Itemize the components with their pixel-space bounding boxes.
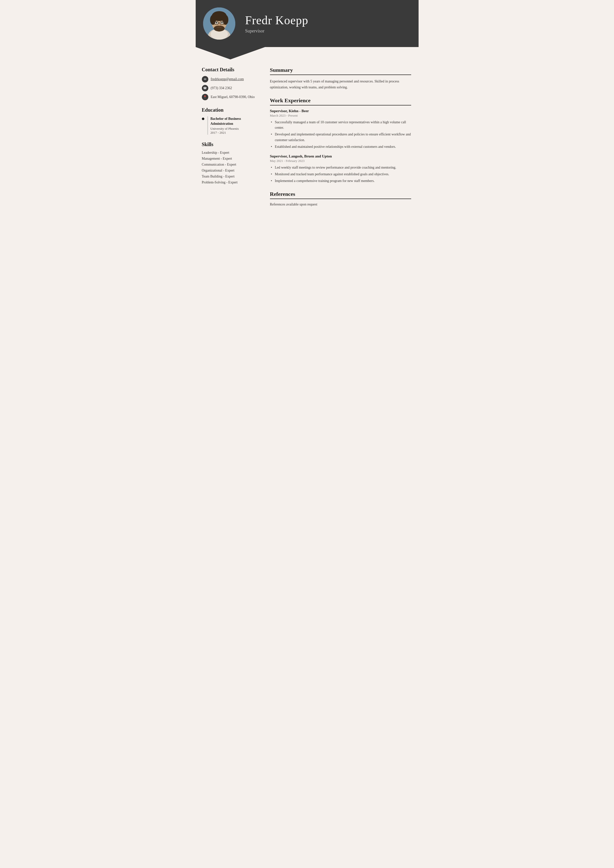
job-2-dates: May 2021 - February 2023 [270, 159, 411, 163]
summary-section: Summary Experienced supervisor with 5 ye… [270, 67, 411, 90]
phone-contact-item: ☎ (973) 334 2362 [202, 85, 256, 91]
svg-point-11 [216, 22, 217, 23]
job-2: Supervisor, Langosh, Bruen and Upton May… [270, 154, 411, 184]
resume-header: Fredr Koepp Supervisor [196, 0, 418, 47]
references-title: References [270, 191, 411, 199]
job-2-bullets: Led weekly staff meetings to review perf… [270, 165, 411, 184]
svg-point-12 [221, 22, 223, 23]
education-item: Bachelor of Business Administration Univ… [202, 116, 256, 135]
skill-item-1: Leadership - Expert [202, 151, 256, 155]
location-icon: 📍 [202, 94, 208, 100]
job-1-bullet-2: Developed and implemented operational pr… [270, 132, 411, 143]
email-contact-item: ✉ fredrkoepp@gmail.com [202, 76, 256, 82]
skill-item-2: Management - Expert [202, 157, 256, 161]
chevron-section [196, 47, 418, 59]
edu-degree: Bachelor of Business Administration [210, 116, 256, 126]
candidate-title: Supervisor [245, 28, 308, 34]
skill-item-3: Communication - Expert [202, 163, 256, 167]
header-text-block: Fredr Koepp Supervisor [245, 13, 308, 34]
job-1: Supervisor, Kiehn - Beer March 2023 - Pr… [270, 109, 411, 150]
svg-point-6 [210, 15, 216, 25]
job-2-bullet-2: Monitored and tracked team performance a… [270, 172, 411, 177]
sidebar: Contact Details ✉ fredrkoepp@gmail.com ☎… [196, 67, 263, 221]
contact-section-title: Contact Details [202, 67, 256, 73]
summary-text: Experienced supervisor with 5 years of m… [270, 79, 411, 90]
education-section-title: Education [202, 107, 256, 113]
chevron-shape [196, 47, 265, 59]
main-content: Summary Experienced supervisor with 5 ye… [263, 67, 418, 221]
svg-point-8 [214, 25, 225, 31]
chevron-wrapper [196, 47, 265, 59]
education-section: Education Bachelor of Business Administr… [202, 107, 256, 135]
job-1-bullet-3: Established and maintained positive rela… [270, 144, 411, 150]
work-experience-section: Work Experience Supervisor, Kiehn - Beer… [270, 97, 411, 184]
work-experience-title: Work Experience [270, 97, 411, 105]
edu-years: 2017 - 2021 [210, 131, 256, 135]
phone-value: (973) 334 2362 [211, 86, 232, 90]
svg-point-7 [222, 15, 229, 25]
resume-document: Fredr Koepp Supervisor Contact Details ✉… [196, 0, 418, 297]
phone-icon: ☎ [202, 85, 208, 91]
contact-section: Contact Details ✉ fredrkoepp@gmail.com ☎… [202, 67, 256, 100]
skill-item-4: Organizational - Expert [202, 169, 256, 172]
skill-item-5: Team Building - Expert [202, 175, 256, 178]
job-2-title: Supervisor, Langosh, Bruen and Upton [270, 154, 411, 158]
edu-school: University of Phoenix [210, 127, 256, 131]
svg-point-16 [218, 25, 220, 26]
edu-content: Bachelor of Business Administration Univ… [207, 116, 256, 135]
address-contact-item: 📍 East Miguel, 60798-0390, Ohio [202, 94, 256, 100]
main-layout: Contact Details ✉ fredrkoepp@gmail.com ☎… [196, 59, 418, 221]
edu-bullet [202, 118, 204, 120]
job-1-title: Supervisor, Kiehn - Beer [270, 109, 411, 113]
address-value: East Miguel, 60798-0390, Ohio [211, 95, 255, 99]
job-2-bullet-3: Implemented a comprehensive training pro… [270, 178, 411, 184]
skills-section: Skills Leadership - Expert Management - … [202, 142, 256, 184]
job-2-bullet-1: Led weekly staff meetings to review perf… [270, 165, 411, 170]
summary-title: Summary [270, 67, 411, 75]
candidate-name: Fredr Koepp [245, 13, 308, 27]
job-1-bullet-1: Successfully managed a team of 10 custom… [270, 119, 411, 131]
email-icon: ✉ [202, 76, 208, 82]
job-1-dates: March 2023 - Present [270, 114, 411, 118]
email-value: fredrkoepp@gmail.com [211, 77, 244, 81]
skill-item-6: Problem-Solving - Expert [202, 180, 256, 184]
skills-section-title: Skills [202, 142, 256, 147]
references-section: References References available upon req… [270, 191, 411, 206]
avatar [203, 8, 235, 40]
job-1-bullets: Successfully managed a team of 10 custom… [270, 119, 411, 150]
references-text: References available upon request [270, 203, 411, 206]
